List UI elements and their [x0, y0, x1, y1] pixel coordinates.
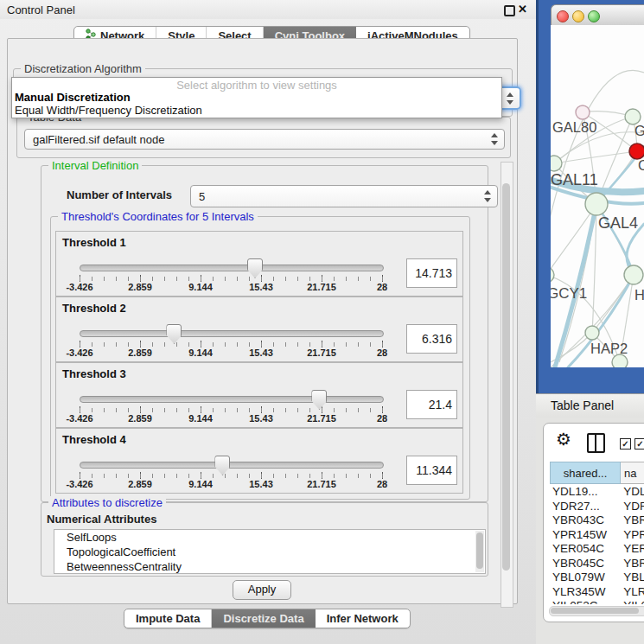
cell[interactable]: YDR27...	[550, 500, 621, 514]
popup-item-manual-discretization[interactable]: Manual Discretization	[15, 91, 131, 104]
cell[interactable]: YLR3	[621, 585, 644, 600]
cell[interactable]: YBR0	[621, 557, 644, 571]
close-icon[interactable]: ✕	[518, 3, 527, 16]
checkbox-icon[interactable]: ✓	[620, 438, 631, 450]
settings-scrollbar[interactable]	[501, 162, 513, 608]
scale-label: 9.144	[188, 282, 213, 292]
table-row[interactable]: YBR045CYBR0	[550, 557, 644, 571]
cell[interactable]: YPR1	[621, 528, 644, 543]
tab-impute-data[interactable]: Impute Data	[124, 609, 212, 628]
threshold-1-value-field[interactable]: 14.713	[406, 258, 457, 288]
threshold-2-cell: Threshold 2 -3.4262.8599.14415.4321.7152…	[55, 296, 463, 362]
table-data-group: Table Data galFiltered.sif default node	[16, 117, 511, 158]
scale-label: 15.43	[249, 348, 273, 358]
threshold-1-slider-track[interactable]	[80, 265, 384, 271]
slider-scale-labels: -3.4262.8599.14415.4321.71528	[56, 413, 462, 424]
label-gal11: GAL11	[551, 171, 598, 188]
network-window-titlebar	[551, 4, 644, 27]
scale-label: 21.715	[307, 413, 336, 424]
label-ga-clipped: GA	[634, 123, 644, 138]
threshold-3-value-field[interactable]: 21.4	[406, 390, 457, 419]
table-horizontal-scrollbar[interactable]	[549, 606, 644, 616]
cell[interactable]: YIL0	[621, 599, 644, 604]
threshold-4-cell: Threshold 4 -3.4262.8599.14415.4321.7152…	[55, 428, 463, 494]
scale-label: -3.426	[66, 348, 92, 358]
screen: Control Panel ✕ Network Style Select	[0, 0, 644, 644]
mac-close-icon[interactable]	[557, 10, 569, 22]
node-gal80[interactable]	[576, 105, 590, 119]
apply-button[interactable]: Apply	[233, 580, 291, 600]
node-hap2[interactable]	[585, 326, 599, 340]
checkbox-icon[interactable]: ✓	[634, 438, 644, 450]
thresholds-group: Threshold's Coordinates for 5 Intervals …	[50, 216, 470, 500]
list-scrollbar[interactable]	[475, 531, 484, 572]
threshold-2-label: Threshold 2	[62, 302, 126, 315]
table-data-combobox[interactable]: galFiltered.sif default node	[24, 129, 505, 150]
scale-label: 21.715	[307, 479, 336, 489]
cell[interactable]: YDL1	[621, 485, 644, 500]
table-row[interactable]: YDR27...YDR2	[550, 500, 644, 514]
gear-icon[interactable]: ⚙	[556, 429, 571, 450]
column-header-name[interactable]: na	[621, 462, 644, 484]
number-of-intervals-value: 5	[199, 190, 205, 203]
list-item-betweennesscentrality[interactable]: BetweennessCentrality	[54, 559, 485, 574]
cell[interactable]: YBR045C	[550, 557, 621, 571]
control-panel-window: Control Panel ✕ Network Style Select	[0, 0, 536, 644]
table-row[interactable]: YIL052CYIL0	[550, 599, 644, 604]
cell[interactable]: YDR2	[621, 500, 644, 514]
cell[interactable]: YPR145W	[550, 528, 621, 543]
cell[interactable]: YER0	[621, 542, 644, 557]
slider-minor-ticks	[80, 342, 383, 347]
node-right-mid[interactable]	[624, 265, 643, 284]
threshold-2-slider-track[interactable]	[80, 330, 384, 337]
cell[interactable]: YBR0	[621, 513, 644, 528]
scale-label: 15.43	[249, 282, 273, 292]
threshold-3-slider-track[interactable]	[80, 396, 384, 403]
mac-minimize-icon[interactable]	[572, 10, 584, 22]
columns-icon[interactable]	[587, 433, 605, 453]
number-of-intervals-combobox[interactable]: 5	[190, 185, 498, 207]
threshold-4-label: Threshold 4	[62, 433, 126, 446]
attributes-group-title: Attributes to discretize	[48, 496, 166, 509]
table-row[interactable]: YPR145WYPR1	[550, 528, 644, 543]
discretization-algorithm-title: Discretization Algorithm	[21, 62, 145, 75]
numerical-attributes-list: SelfLoops TopologicalCoefficient Between…	[54, 529, 486, 574]
mac-zoom-icon[interactable]	[588, 10, 600, 22]
table-row[interactable]: YDL19...YDL1	[550, 485, 644, 500]
column-header-shared-name[interactable]: shared...	[550, 462, 621, 484]
cell[interactable]: YBR043C	[550, 513, 621, 528]
cell[interactable]: YLR345W	[550, 585, 621, 600]
cell[interactable]: YBL079W	[550, 571, 621, 585]
float-window-icon[interactable]	[504, 5, 515, 16]
control-panel-titlebar	[0, 0, 536, 19]
popup-item-equal-width-frequency[interactable]: Equal Width/Frequency Discretization	[15, 104, 202, 117]
cell[interactable]: YBL0	[621, 571, 644, 585]
threshold-2-value-field[interactable]: 6.316	[406, 324, 457, 354]
list-item-topologicalcoefficient[interactable]: TopologicalCoefficient	[54, 545, 485, 559]
node-bottom[interactable]	[612, 354, 628, 367]
threshold-4-value-field[interactable]: 11.344	[406, 456, 457, 485]
label-gal4: GAL4	[598, 214, 638, 232]
node-gal11[interactable]	[551, 156, 562, 171]
table-row[interactable]: YBR043CYBR0	[550, 513, 644, 528]
tab-infer-network[interactable]: Infer Network	[316, 609, 410, 628]
table-row[interactable]: YLR345WYLR3	[550, 585, 644, 600]
table-horizontal-scrollbar-thumb[interactable]	[551, 608, 639, 614]
cell[interactable]: YDL19...	[550, 485, 621, 500]
tab-discretize-data[interactable]: Discretize Data	[212, 609, 315, 628]
threshold-4-slider-track[interactable]	[80, 462, 384, 469]
settings-scrollbar-thumb[interactable]	[502, 183, 510, 571]
node-gal4[interactable]	[585, 193, 608, 215]
combo-stepper-icon	[484, 190, 492, 202]
table-row[interactable]: YBL079WYBL0	[550, 571, 644, 585]
combo-stepper-icon	[507, 92, 514, 105]
network-canvas[interactable]: GAL80 GA GAL11 GAL4 GCY1 H HAP2 C	[551, 25, 644, 367]
node-gcy1[interactable]	[551, 267, 554, 283]
list-item-selfloops[interactable]: SelfLoops	[54, 530, 485, 545]
scale-label: 2.859	[128, 413, 152, 424]
cell[interactable]: YER054C	[550, 542, 621, 557]
algorithm-popup-prompt: Select algorithm to view settings	[12, 79, 501, 92]
table-row[interactable]: YER054CYER0	[550, 542, 644, 557]
cell[interactable]: YIL052C	[550, 599, 621, 604]
window-title: Control Panel	[7, 3, 75, 16]
